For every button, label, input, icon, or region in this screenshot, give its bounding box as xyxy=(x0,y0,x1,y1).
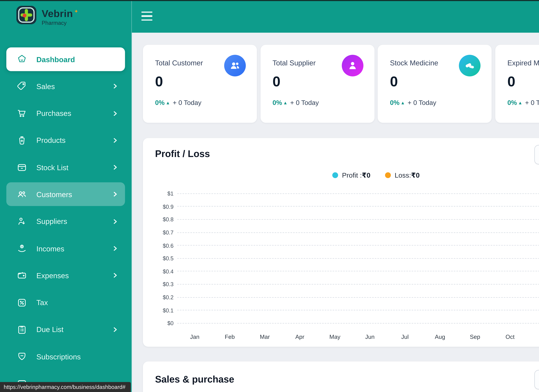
stat-value: 0 xyxy=(390,74,398,90)
stat-title: Total Customer xyxy=(155,59,203,67)
stock-icon xyxy=(16,162,28,173)
y-axis-tick: $0.8 xyxy=(154,216,177,223)
chevron-right-icon xyxy=(113,192,118,197)
sidebar-item-products[interactable]: Products xyxy=(6,128,125,152)
y-axis-tick: $1 xyxy=(154,190,177,197)
legend-value: ₹0 xyxy=(362,171,371,179)
y-axis-tick: $0.4 xyxy=(154,268,177,274)
y-axis-tick: $0.5 xyxy=(154,255,177,261)
brand-name: Vebrin✦ xyxy=(42,6,79,19)
y-axis-tick: $0.7 xyxy=(154,229,177,236)
stat-card-total-supplier: Total Supplier 0 0% ▲ + 0 Today xyxy=(260,45,374,123)
chart-grid-row: $1 xyxy=(154,187,539,200)
sidebar-item-suppliers[interactable]: Suppliers xyxy=(6,210,125,233)
sidebar-item-incomes[interactable]: Incomes xyxy=(6,236,125,260)
chart-grid-row: $0 xyxy=(154,317,539,330)
sidebar-item-label: Customers xyxy=(36,190,113,198)
sidebar-item-label: Incomes xyxy=(36,244,113,253)
stat-percent: 0% xyxy=(273,99,282,107)
x-axis-tick: Jul xyxy=(387,333,423,340)
stat-today: + 0 Today xyxy=(173,99,201,107)
chevron-right-icon xyxy=(113,138,118,143)
chart-grid-row: $0.6 xyxy=(154,239,539,252)
chevron-right-icon xyxy=(113,84,118,89)
x-axis-tick: Oct xyxy=(492,333,528,340)
x-axis-tick: Mar xyxy=(247,333,282,340)
sidebar-item-subscriptions[interactable]: Subscriptions xyxy=(6,345,125,368)
sidebar-item-due-list[interactable]: Due List xyxy=(6,318,125,341)
chart-grid-row: $0.5 xyxy=(154,252,539,265)
y-axis-tick: $0.1 xyxy=(154,307,177,313)
suppliers-icon xyxy=(16,216,28,227)
sparkle-icon: ✦ xyxy=(74,8,78,14)
gridline xyxy=(177,258,539,259)
stat-percent: 0% xyxy=(155,99,165,107)
gridline xyxy=(177,310,539,311)
stats-row: Total Customer 0 0% ▲ + 0 Today Total Su… xyxy=(143,45,539,123)
sales-purchase-year-select[interactable]: 2025 xyxy=(534,370,539,389)
stat-today: + 0 Today xyxy=(408,99,436,107)
x-axis-tick: Jun xyxy=(352,333,387,340)
sidebar-item-expenses[interactable]: Expenses xyxy=(6,264,125,287)
chart-grid-row: $0.3 xyxy=(154,278,539,291)
gridline xyxy=(177,271,539,272)
chevron-right-icon xyxy=(113,327,118,332)
stat-percent: 0% xyxy=(390,99,399,107)
y-axis-tick: $0.2 xyxy=(154,294,177,300)
sidebar-item-dashboard[interactable]: Dashboard xyxy=(6,47,125,71)
expenses-icon xyxy=(16,270,28,281)
profit-loss-year-select[interactable]: 2025 xyxy=(534,145,539,165)
sidebar-item-label: Stock List xyxy=(36,163,113,172)
chevron-right-icon xyxy=(113,246,118,251)
sidebar-item-label: Sales xyxy=(36,82,113,90)
stat-card-expired-medicine: Expired Medicine 0 0% ▲ + 0 Today xyxy=(495,45,539,123)
y-axis-tick: $0 xyxy=(154,320,177,326)
x-axis-tick: Sep xyxy=(457,333,492,340)
chevron-right-icon xyxy=(113,57,118,61)
duelist-icon xyxy=(16,324,28,335)
sidebar-item-tax[interactable]: Tax xyxy=(6,291,125,314)
sidebar-item-customers[interactable]: Customers xyxy=(6,183,125,206)
profit-loss-legend: Profit : ₹0 Loss: ₹0 xyxy=(143,171,539,179)
app-viewport: 0 Vebrin Vebrin✦ xyxy=(0,0,539,392)
person-icon xyxy=(342,55,363,76)
x-axis-tick: Aug xyxy=(423,333,457,340)
chevron-right-icon xyxy=(113,354,118,359)
chart-grid-row: $0.4 xyxy=(154,265,539,278)
brand-logo-icon xyxy=(16,6,36,24)
stat-footer: 0% ▲ + 0 Today xyxy=(507,99,539,107)
stat-footer: 0% ▲ + 0 Today xyxy=(155,99,202,107)
x-axis-tick: May xyxy=(317,333,352,340)
chart-grid-row: $0.1 xyxy=(154,304,539,317)
sidebar-item-sales[interactable]: Sales xyxy=(6,74,125,98)
screen: 0 Vebrin Vebrin✦ xyxy=(0,0,539,392)
stat-card-total-customer: Total Customer 0 0% ▲ + 0 Today xyxy=(143,45,257,123)
sidebar-item-label: Expenses xyxy=(36,271,113,280)
chevron-right-icon xyxy=(113,219,118,224)
y-axis-tick: $0.3 xyxy=(154,281,177,288)
chevron-right-icon xyxy=(113,273,118,278)
sidebar-item-purchases[interactable]: Purchases xyxy=(6,101,125,125)
stat-footer: 0% ▲ + 0 Today xyxy=(390,99,436,107)
legend-value: ₹0 xyxy=(411,171,420,179)
stat-title: Stock Medicine xyxy=(390,59,438,67)
stat-value: 0 xyxy=(155,74,163,90)
stat-today: + 0 Today xyxy=(290,99,319,107)
customers-icon xyxy=(16,189,28,200)
sidebar-item-stock-list[interactable]: Stock List xyxy=(6,156,125,179)
sidebar-item-label: Subscriptions xyxy=(36,352,113,361)
sidebar-item-label: Tax xyxy=(36,298,113,307)
users-icon xyxy=(224,55,246,76)
gridline xyxy=(177,219,539,220)
chart-grid-row: $0.2 xyxy=(154,291,539,304)
sales-purchase-title: Sales & purchase xyxy=(155,374,234,385)
pills-icon xyxy=(459,55,481,76)
products-icon xyxy=(16,135,28,146)
brand-logo[interactable]: Vebrin✦ Pharmacy xyxy=(0,0,131,26)
hamburger-menu-icon[interactable] xyxy=(141,12,152,21)
x-axis-months: JanFebMarAprMayJunJulAugSepOctNovDec xyxy=(177,333,539,340)
main-content: Total Customer 0 0% ▲ + 0 Today Total Su… xyxy=(131,33,539,392)
profit-loss-chart: $1 $0.9 $0.8 $0.7 $0.6 $0.5 $0.4 $0.3 $0… xyxy=(154,187,539,340)
gridline xyxy=(177,193,539,194)
gridline xyxy=(177,323,539,323)
